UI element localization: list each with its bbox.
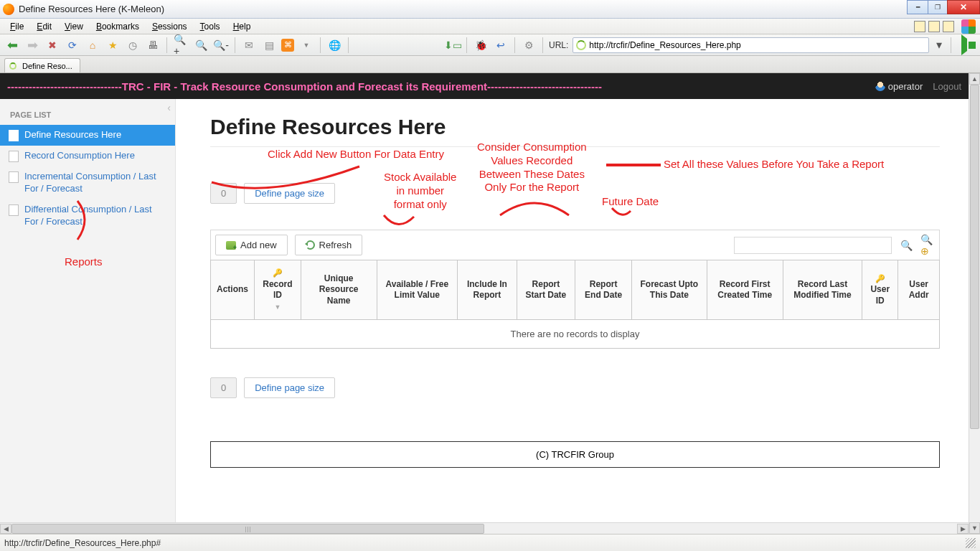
sidebar-item-label: Record Consumption Here [24,150,135,162]
logout-link[interactable]: Logout [933,81,961,92]
col-created[interactable]: Record First Created Time [707,260,783,320]
toolbar-divider [166,37,167,53]
loading-spinner-icon [9,62,17,70]
menu-help[interactable]: Help [227,20,257,33]
download-button[interactable]: ⬇▭ [445,37,461,53]
scroll-down-button[interactable]: ▼ [969,522,980,534]
toolbar-divider [348,37,349,53]
scroll-left-button[interactable]: ◀ [0,524,11,534]
page-icon [9,171,19,183]
print-button[interactable]: 🖶 [145,37,161,53]
toolbar-extra-icon[interactable] [928,21,940,32]
zoom-reset-button[interactable]: 🔍 [193,37,209,53]
window-maximize-button[interactable]: ❐ [928,0,948,14]
empty-message: There are no records to display [211,320,940,349]
sidebar-collapse-button[interactable]: ‹ [167,102,171,113]
history-button[interactable]: ◷ [125,37,141,53]
annotation-add-new: Click Add New Button For Data Entry [268,148,444,161]
horizontal-scrollbar[interactable]: ◀ ▶ [0,522,969,534]
define-page-size-button[interactable]: Define page size [244,377,335,398]
sidebar-item-label: Incremental Consumption / Last For / For… [24,171,166,195]
sidebar-item-incremental[interactable]: Incremental Consumption / Last For / For… [0,166,175,199]
col-available[interactable]: Available / Free Limit Value [377,260,458,320]
annotation-report: Set All these Values Before You Take a R… [664,158,884,171]
scroll-up-button[interactable]: ▲ [969,73,980,85]
annotation-reports: Reports [65,255,103,269]
home-button[interactable]: ⌂ [85,37,100,53]
vertical-scrollbar[interactable]: ▲ ▼ [969,73,980,534]
zoom-in-button[interactable]: 🔍+ [173,37,189,53]
page-content: -------------------------------- TRC - F… [0,73,969,534]
status-text: http://trcfir/Define_Resources_Here.php# [4,538,161,548]
search-icon[interactable]: 🔍 [899,238,913,253]
record-count: 0 [210,183,237,204]
refresh-button[interactable]: Refresh [295,235,363,255]
window-close-button[interactable]: ✕ [947,0,980,14]
stop-load-button[interactable] [969,39,976,52]
rss-button[interactable]: ⌘ [281,39,294,52]
app-banner: -------------------------------- TRC - F… [0,73,969,99]
stop-button[interactable]: ✖ [44,37,60,53]
scroll-thumb[interactable] [970,85,979,429]
col-user-id[interactable]: 🔑User ID [862,260,898,320]
mail-button[interactable]: ✉ [241,37,257,53]
col-actions[interactable]: Actions [211,260,255,320]
col-modified[interactable]: Record Last Modified Time [783,260,862,320]
col-include[interactable]: Include In Report [458,260,517,320]
page-icon [9,130,19,141]
go-button[interactable] [961,39,967,52]
scroll-thumb[interactable] [11,524,484,534]
add-icon [226,241,236,250]
record-count: 0 [210,377,237,398]
page-icon [9,151,19,162]
url-input[interactable]: http://trcfir/Define_Resources_Here.php [573,37,929,53]
news-button[interactable]: ▤ [261,37,277,53]
col-forecast[interactable]: Forecast Upto This Date [632,260,707,320]
forward-button[interactable]: ➡ [24,37,40,53]
menu-file[interactable]: File [4,20,29,33]
browser-toolbar: ⬅ ➡ ✖ ⟳ ⌂ ★ ◷ 🖶 🔍+ 🔍 🔍- ✉ ▤ ⌘ ▼ 🌐 ⬇▭ 🐞 ↩… [0,34,980,56]
user-menu[interactable]: operator [875,81,923,92]
reload-button[interactable]: ⟳ [65,37,80,53]
banner-text: TRC - FIR - Track Resource Consumption a… [122,80,487,93]
toolbar-dropdown[interactable]: ▼ [298,37,314,53]
globe-button[interactable]: 🌐 [326,37,342,53]
browser-icon [3,4,14,15]
banner-dash: -------------------------------- [487,80,602,93]
sidebar-item-record-consumption[interactable]: Record Consumption Here [0,146,175,166]
back-button[interactable]: ⬅ [4,37,20,53]
menu-sessions[interactable]: Sessions [146,20,193,33]
menu-view[interactable]: View [59,20,89,33]
resize-grip[interactable] [966,538,976,548]
bookmark-star-button[interactable]: ★ [105,37,121,53]
zoom-out-button[interactable]: 🔍- [213,37,229,53]
toolbar-extra-icon[interactable] [943,21,954,32]
col-start-date[interactable]: Report Start Date [517,260,575,320]
search-input[interactable] [734,237,892,254]
page-icon [9,204,19,216]
tool-button[interactable]: 🐞 [473,37,489,53]
statusbar: http://trcfir/Define_Resources_Here.php# [0,534,980,551]
settings-button[interactable]: ⚙ [521,37,537,53]
col-end-date[interactable]: Report End Date [575,260,631,320]
col-record-id[interactable]: 🔑Record ID▼ [255,260,301,320]
add-new-button[interactable]: Add new [215,235,288,255]
page-footer: (C) TRCFIR Group [210,441,940,468]
sidebar-item-differential[interactable]: Differential Consumption / Last For / Fo… [0,199,175,232]
key-icon: 🔑 [273,268,283,277]
define-page-size-button[interactable]: Define page size [244,183,335,204]
col-resource-name[interactable]: Unique Resource Name [301,260,377,320]
sidebar-item-define-resources[interactable]: Define Resources Here [0,125,175,146]
banner-dash: -------------------------------- [7,80,122,93]
browser-tab[interactable]: Define Reso... [4,58,80,72]
tool-button[interactable]: ↩ [493,37,509,53]
url-dropdown-button[interactable]: ▾ [933,38,945,52]
col-user-addr[interactable]: User Addr [898,260,940,320]
menu-edit[interactable]: Edit [31,20,57,33]
scroll-right-button[interactable]: ▶ [957,524,969,534]
toolbar-extra-icon[interactable] [914,21,925,32]
window-minimize-button[interactable]: ━ [907,0,928,14]
advanced-search-icon[interactable]: 🔍⊕ [920,238,935,253]
menu-tools[interactable]: Tools [194,20,226,33]
menu-bookmarks[interactable]: Bookmarks [90,20,145,33]
